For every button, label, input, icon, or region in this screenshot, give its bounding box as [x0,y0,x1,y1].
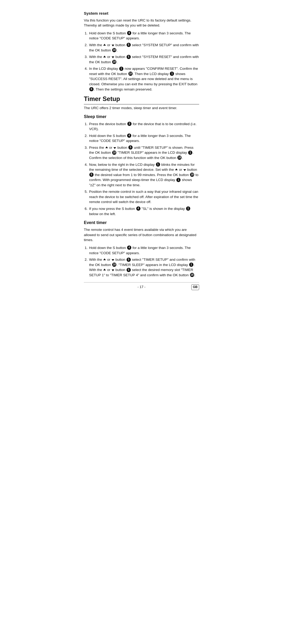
arrow-up-icon [103,258,106,260]
arrow-down-icon [112,259,114,261]
event-timer-step-1: Hold down the S button 4 for a little lo… [89,245,199,256]
circle-18e: 18 [177,156,182,160]
page-footer: - 17 - GB [84,282,199,290]
arrow-up-icon [103,269,106,270]
circle-4c: 4 [127,134,131,138]
arrow-up-icon [103,44,106,46]
sleep-timer-step-5: Position the remote control in such a wa… [89,189,199,205]
sleep-timer-title: Sleep timer [84,114,199,120]
page-number: - 17 - [84,285,199,290]
system-reset-section: System reset Via this function you can r… [84,10,199,92]
system-reset-step-3: With the or button 5 select "SYSTEM RESE… [89,54,199,65]
system-reset-steps: Hold down the S button 4 for a little lo… [89,31,199,92]
circle-5b: 5 [127,55,131,59]
circle-4d: 4 [136,206,140,211]
sleep-timer-section: Sleep timer Press the device button 3 fo… [84,114,199,216]
sleep-timer-step-6: If you now press the S button 4 "SL" is … [89,206,199,216]
event-timer-intro: The remote control has 4 event timers av… [84,227,199,243]
circle-4: 4 [127,31,131,35]
circle-5d: 5 [89,173,94,177]
system-reset-intro: Via this function you can reset the URC … [84,18,199,28]
sleep-timer-step-3: Press the or button 5 until "TIMER SETUP… [89,145,199,161]
section-divider [84,104,199,104]
event-timer-title: Event timer [84,220,199,226]
system-reset-step-4: In the LCD display 1 now appears "CONFIR… [89,66,199,92]
circle-1f: 1 [186,206,190,211]
circle-4e: 4 [127,246,131,250]
circle-1g: 1 [189,263,193,267]
timer-setup-big-title: Timer Setup [84,94,199,104]
circle-1c: 1 [188,151,192,155]
circle-18f: 18 [190,173,194,177]
circle-5f: 5 [127,268,131,272]
circle-18d: 18 [112,151,116,155]
country-badge: GB [191,284,199,290]
system-reset-title: System reset [84,10,199,16]
circle-18: 18 [112,48,116,52]
circle-18c: 18 [128,72,133,76]
system-reset-step-2: With the or button 5 select "SYSTEM SETU… [89,42,199,53]
arrow-down-icon [112,56,114,58]
sleep-timer-steps: Press the device button 3 for the device… [89,121,199,217]
circle-5: 5 [127,43,131,47]
arrow-up-icon [105,146,108,148]
arrow-up-icon [103,56,106,57]
system-reset-step-1: Hold down the S button 4 for a little lo… [89,31,199,41]
circle-5c: 5 [128,145,133,150]
circle-18g: 18 [112,263,116,267]
sleep-timer-step-1: Press the device button 3 for the device… [89,121,199,132]
event-timer-step-2: With the or button 5 select "TIMER SETUP… [89,257,199,278]
circle-18b: 18 [112,60,116,64]
arrow-up-icon [175,168,178,170]
arrow-down-icon [112,45,114,46]
event-timer-section: Event timer The remote control has 4 eve… [84,220,199,278]
circle-6: 6 [89,87,94,91]
sleep-timer-step-2: Hold down the S button 4 for a little lo… [89,133,199,143]
sleep-timer-step-4: Now, below to the right in the LCD displ… [89,162,199,188]
arrow-down-icon [112,269,114,271]
timer-setup-intro: The URC offers 2 timer modes, sleep time… [84,105,199,111]
circle-18h: 18 [190,273,194,277]
circle-3: 3 [127,122,132,126]
circle-5e: 5 [127,258,131,262]
event-timer-steps: Hold down the S button 4 for a little lo… [89,245,199,278]
arrow-down-icon [183,169,186,171]
circle-1: 1 [119,67,123,71]
circle-1e: 1 [176,178,181,182]
arrow-down-icon [113,147,116,149]
timer-setup-section: Timer Setup The URC offers 2 timer modes… [84,94,199,278]
circle-1d: 1 [156,162,160,167]
circle-1b: 1 [170,72,174,76]
